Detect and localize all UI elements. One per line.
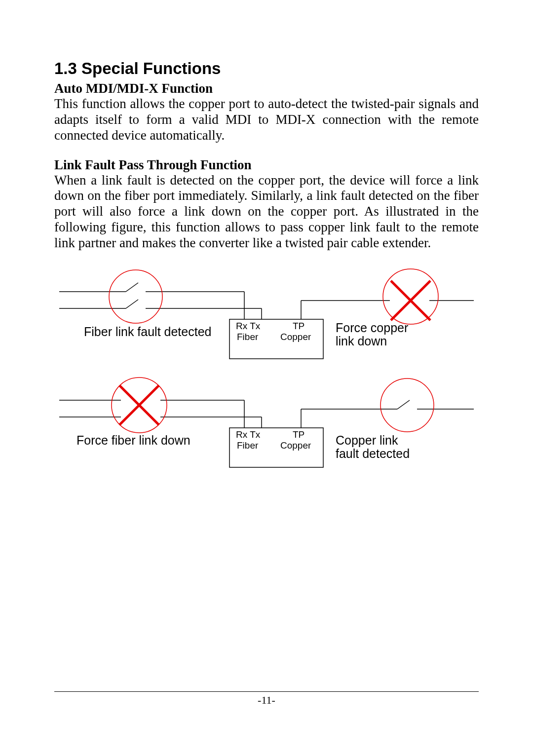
svg-point-17 — [383, 269, 438, 324]
section-heading: 1.3 Special Functions — [54, 59, 479, 78]
label-fiber-bottom: Fiber — [237, 441, 258, 450]
svg-line-32 — [397, 400, 410, 409]
label-force-fiber-down: Force fiber link down — [76, 434, 190, 448]
svg-line-5 — [126, 300, 138, 308]
label-fiber-top: Fiber — [237, 332, 258, 341]
label-rx-tx-bottom: Rx Tx — [236, 430, 260, 439]
subheading-auto-mdi: Auto MDI/MDI-X Function — [54, 81, 479, 96]
footer-rule — [54, 691, 479, 692]
page-number: -11- — [54, 694, 479, 707]
label-copper-top: Copper — [280, 332, 311, 341]
label-rx-tx-top: Rx Tx — [236, 321, 260, 331]
label-tp-bottom: TP — [293, 430, 305, 439]
paragraph-link-fault: When a link fault is detected on the cop… — [54, 173, 479, 251]
label-tp-top: TP — [293, 321, 305, 331]
label-copper-bottom: Copper — [280, 441, 311, 450]
svg-point-6 — [109, 270, 162, 323]
subheading-link-fault: Link Fault Pass Through Function — [54, 157, 479, 173]
svg-point-34 — [381, 378, 434, 432]
paragraph-auto-mdi: This function allows the copper port to … — [54, 96, 479, 144]
page-footer: -11- — [54, 691, 479, 707]
label-fiber-fault-detected: Fiber link fault detected — [84, 325, 211, 339]
diagram-svg — [54, 266, 479, 493]
svg-line-4 — [126, 283, 138, 292]
link-fault-diagram: Fiber link fault detected Force copper l… — [54, 266, 479, 493]
label-force-copper-down: Force copper link downForce copperlink d… — [336, 321, 408, 348]
label-copper-fault-detected: Copper link fault detectedCopper linkfau… — [336, 434, 410, 461]
